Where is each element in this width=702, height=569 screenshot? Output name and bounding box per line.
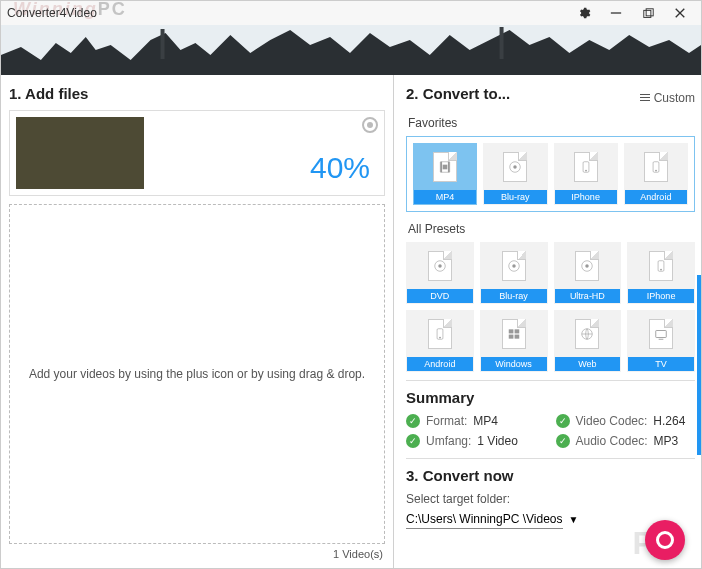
check-icon: ✓ [406, 414, 420, 428]
web-icon [555, 311, 621, 357]
svg-point-19 [438, 264, 442, 268]
favorites-box: MP4Blu-rayIPhoneAndroid [406, 136, 695, 212]
svg-rect-30 [508, 335, 513, 339]
preset-dvd[interactable]: DVD [406, 242, 474, 304]
summary-audiocodec: ✓ Audio Codec: MP3 [556, 434, 696, 448]
preset-android[interactable]: Android [406, 310, 474, 372]
preset-label: IPhone [628, 289, 694, 303]
tv-icon [628, 311, 694, 357]
phone-icon [555, 144, 617, 190]
preset-android[interactable]: Android [624, 143, 688, 205]
summary-grid: ✓ Format: MP4 ✓ Video Codec: H.264 ✓ Umf… [406, 414, 695, 448]
convert-now-section: 3. Convert now Select target folder: C:\… [406, 467, 695, 529]
summary-umfang: ✓ Umfang: 1 Video [406, 434, 546, 448]
stop-icon [656, 531, 674, 549]
main-content: 1. Add files 40% Add your videos by usin… [1, 75, 701, 568]
windows-icon [481, 311, 547, 357]
preset-bluray[interactable]: Blu-ray [483, 143, 547, 205]
file-count: 1 Video(s) [9, 544, 385, 564]
preset-ultrahd[interactable]: Ultra-HD [554, 242, 622, 304]
convert-button[interactable] [645, 520, 685, 560]
progress-area: 40% [154, 117, 378, 189]
maximize-icon[interactable] [641, 6, 655, 20]
svg-point-27 [439, 337, 441, 339]
svg-rect-7 [500, 27, 504, 59]
hamburger-icon [640, 94, 650, 101]
svg-rect-9 [440, 162, 442, 173]
preset-label: DVD [407, 289, 473, 303]
progress-percent: 40% [310, 151, 370, 185]
svg-point-23 [586, 264, 590, 268]
svg-rect-6 [161, 29, 165, 59]
folder-label: Select target folder: [406, 492, 695, 506]
svg-point-21 [512, 264, 516, 268]
svg-rect-28 [508, 329, 513, 333]
banner-image [1, 25, 701, 75]
svg-rect-29 [514, 329, 519, 333]
preset-mp4[interactable]: MP4 [413, 143, 477, 205]
chevron-down-icon: ▼ [569, 514, 579, 525]
svg-point-17 [655, 170, 657, 172]
add-files-panel: 1. Add files 40% Add your videos by usin… [1, 75, 394, 568]
summary-title: Summary [406, 389, 695, 406]
titlebar: WinningPC Converter4Video [1, 1, 701, 25]
file-item[interactable]: 40% [9, 110, 385, 196]
svg-rect-1 [643, 10, 650, 17]
svg-rect-31 [514, 335, 519, 339]
svg-point-15 [585, 170, 587, 172]
preset-label: Web [555, 357, 621, 371]
svg-rect-11 [443, 165, 448, 170]
check-icon: ✓ [406, 434, 420, 448]
preset-label: Android [407, 357, 473, 371]
separator [406, 458, 695, 459]
film-icon [414, 144, 476, 190]
preset-label: Blu-ray [484, 190, 546, 204]
preset-web[interactable]: Web [554, 310, 622, 372]
separator [406, 380, 695, 381]
svg-point-13 [514, 165, 518, 169]
phone-icon [407, 311, 473, 357]
preset-bluray[interactable]: Blu-ray [480, 242, 548, 304]
minimize-icon[interactable] [609, 6, 623, 20]
right-scrollbar[interactable] [697, 275, 701, 455]
preset-label: Ultra-HD [555, 289, 621, 303]
svg-rect-10 [448, 162, 450, 173]
preset-label: Windows [481, 357, 547, 371]
preset-label: Android [625, 190, 687, 204]
convert-panel: 2. Convert to... Custom Favorites MP4Blu… [394, 75, 701, 568]
svg-point-25 [660, 269, 662, 271]
convert-to-title: 2. Convert to... [406, 85, 510, 102]
check-icon: ✓ [556, 434, 570, 448]
cancel-icon[interactable] [362, 117, 378, 133]
phone-icon [625, 144, 687, 190]
svg-rect-2 [646, 8, 653, 15]
disc-icon [481, 243, 547, 289]
folder-path: C:\Users\ WinningPC \Videos [406, 510, 563, 529]
gear-icon[interactable] [577, 6, 591, 20]
custom-button[interactable]: Custom [640, 91, 695, 105]
summary-format: ✓ Format: MP4 [406, 414, 546, 428]
phone-icon [628, 243, 694, 289]
preset-iphone[interactable]: IPhone [627, 242, 695, 304]
close-icon[interactable] [673, 6, 687, 20]
check-icon: ✓ [556, 414, 570, 428]
disc-icon [484, 144, 546, 190]
favorites-label: Favorites [408, 116, 695, 130]
summary-videocodec: ✓ Video Codec: H.264 [556, 414, 696, 428]
video-thumbnail [16, 117, 144, 189]
preset-windows[interactable]: Windows [480, 310, 548, 372]
add-files-title: 1. Add files [9, 85, 385, 102]
window-controls [577, 6, 695, 20]
disc-icon [555, 243, 621, 289]
preset-label: TV [628, 357, 694, 371]
dropzone[interactable]: Add your videos by using the plus icon o… [9, 204, 385, 544]
convert-now-title: 3. Convert now [406, 467, 695, 484]
preset-label: MP4 [414, 190, 476, 204]
preset-tv[interactable]: TV [627, 310, 695, 372]
preset-label: IPhone [555, 190, 617, 204]
svg-rect-33 [656, 331, 667, 338]
dropzone-text: Add your videos by using the plus icon o… [29, 367, 365, 381]
preset-iphone[interactable]: IPhone [554, 143, 618, 205]
allpresets-label: All Presets [408, 222, 695, 236]
disc-icon [407, 243, 473, 289]
